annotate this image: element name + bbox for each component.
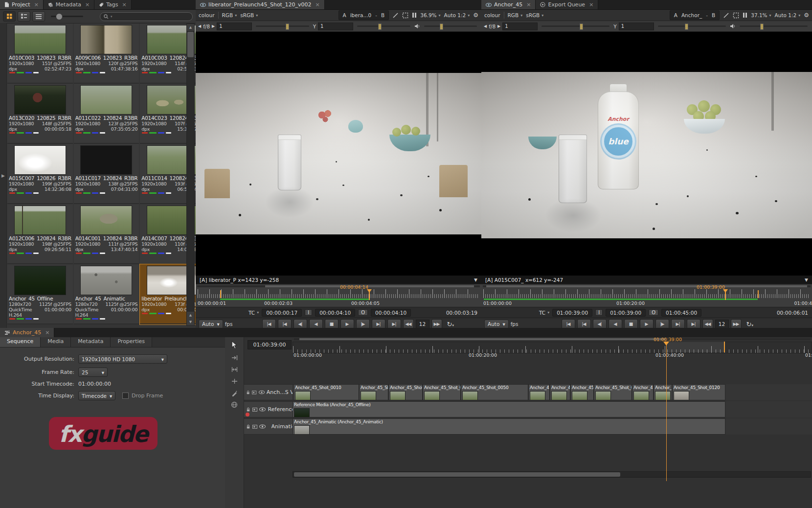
timeline-clip[interactable]: Anchor_45_Shot_00	[594, 384, 632, 400]
bin-clip-cell[interactable]: A012C006_120824_R3BR 1920x1080198f @25FP…	[7, 204, 73, 264]
channels-dropdown[interactable]: RGB▾	[222, 12, 237, 18]
slip-tool[interactable]	[225, 364, 244, 375]
gamma-slider[interactable]	[658, 25, 726, 27]
frame-dec-button[interactable]: ◀◀	[702, 319, 713, 328]
timeline-clip[interactable]: Anchor_45_Shot_0120	[672, 384, 725, 400]
play-button[interactable]: ▶	[640, 319, 654, 328]
playhead[interactable]	[725, 289, 726, 300]
out-timecode[interactable]: 01:00:45:00	[661, 309, 701, 317]
timeline-clip[interactable]: Anchor_45_	[654, 384, 672, 400]
track-animatic-lane[interactable]: Anchor_45_Animatic (Anchor_45_Animatic)	[293, 418, 812, 435]
chevron-down-icon[interactable]: ▼	[474, 277, 477, 282]
pause-updates-icon[interactable]	[412, 12, 417, 18]
out-point-button[interactable]: O	[358, 309, 368, 316]
loop-mode-icon[interactable]: ↻▾	[746, 321, 753, 328]
time-display-dropdown[interactable]: Timecode▾	[78, 391, 115, 400]
timeline-clip[interactable]: Anchor_45_	[528, 384, 550, 400]
tc-mode-dropdown[interactable]: TC▾	[248, 310, 259, 316]
gain-input[interactable]: 1	[217, 23, 252, 30]
detail-view-button[interactable]	[18, 11, 30, 22]
frame-step-input[interactable]: 12	[715, 320, 729, 328]
timeline-overview-scrollbar[interactable]	[294, 338, 811, 340]
reference-clip[interactable]: Reference Media (Anchor_45_Offline)	[293, 401, 725, 417]
bin-clip-cell[interactable]: A013C020_120825_R3BR 1920x1080148f @25FP…	[7, 84, 73, 144]
grid-view-button[interactable]	[3, 11, 16, 22]
bin-clip-cell[interactable]: A014C001_120824_R3BR 1920x1080111f @25FP…	[74, 204, 139, 264]
bin-collapse-strip[interactable]: ▶	[0, 23, 7, 328]
tab-metadata[interactable]: Metadata ×	[44, 0, 94, 9]
output-resolution-dropdown[interactable]: 1920x1080 HD 1080▾	[78, 354, 167, 364]
gamma-slider[interactable]	[357, 25, 410, 27]
timeline-clip[interactable]: Anchor_45_	[632, 384, 654, 400]
speaker-icon[interactable]	[730, 23, 736, 29]
current-timecode[interactable]: 01:00:39:00	[552, 309, 592, 317]
scroll-down-icon[interactable]: ▼	[187, 319, 194, 325]
animatic-clip[interactable]: Anchor_45_Animatic (Anchor_45_Animatic)	[293, 418, 725, 435]
timeline-playhead-line[interactable]	[666, 344, 667, 481]
zoom-level-dropdown[interactable]: 36.9%▾	[420, 12, 440, 18]
timeline-clip[interactable]: Anchor_45	[550, 384, 570, 400]
enable-icon[interactable]	[252, 391, 256, 394]
next-edit-button[interactable]: ▶|	[671, 319, 685, 328]
lut-dropdown[interactable]: sRGB▾	[240, 12, 258, 18]
colour-menu[interactable]: colour	[199, 12, 215, 18]
tab-export-queue[interactable]: Export Queue ×	[536, 0, 598, 9]
frame-step-input[interactable]: 12	[416, 320, 429, 328]
scroll-up-icon[interactable]: ▲	[187, 24, 194, 31]
go-to-start-button[interactable]: |◀	[562, 319, 575, 328]
input-a-value[interactable]: Anchor_	[681, 12, 702, 18]
thumbnail-size-slider[interactable]	[51, 16, 83, 17]
timeline-clip[interactable]: Anchor_45_Shot_0010	[293, 384, 359, 400]
enable-icon[interactable]	[252, 425, 257, 429]
frame-inc-button[interactable]: ▶▶	[431, 319, 442, 328]
tab-properties[interactable]: Properties	[111, 337, 152, 347]
next-arrow-icon[interactable]: ▶	[497, 24, 500, 28]
gamma-input[interactable]: 1	[318, 23, 353, 30]
input-a-value[interactable]: ibera...0	[350, 12, 372, 18]
tab-anchor-45-viewer[interactable]: Anchor_45 ×	[481, 0, 536, 9]
step-back-button[interactable]: ◀|	[293, 319, 307, 328]
move-trim-tool[interactable]	[225, 352, 244, 364]
play-button[interactable]: ▶	[340, 319, 354, 328]
out-timecode[interactable]: 00:00:04:10	[371, 309, 411, 317]
gain-slider[interactable]	[256, 25, 309, 27]
in-point-button[interactable]: I	[305, 309, 312, 316]
in-timecode[interactable]: 00:00:04:10	[315, 309, 355, 317]
close-icon[interactable]: ×	[45, 329, 49, 336]
close-icon[interactable]: ×	[589, 1, 593, 8]
timeline-clip[interactable]: Anchor_45_Shot_0C	[423, 384, 461, 400]
current-timecode[interactable]: 00:00:00:17	[262, 309, 302, 317]
gate-display-icon[interactable]	[733, 12, 739, 19]
stop-button[interactable]: ■	[325, 319, 338, 328]
tab-project[interactable]: Project ×	[0, 0, 44, 9]
frame-rate-dropdown[interactable]: 25▾	[78, 368, 108, 377]
playhead[interactable]	[369, 289, 370, 300]
step-forward-button[interactable]: |▶	[356, 319, 370, 328]
scroll-up-icon[interactable]: ▲	[187, 312, 194, 319]
go-to-end-button[interactable]: ▶|	[687, 319, 700, 328]
wipe-tool-icon[interactable]	[723, 12, 729, 19]
close-icon[interactable]: ×	[122, 1, 127, 8]
gain-slider[interactable]	[541, 25, 609, 27]
drop-frame-checkbox[interactable]	[122, 393, 129, 399]
prev-arrow-icon[interactable]: ◀	[198, 24, 201, 28]
bin-clip-cell[interactable]: A011C022_120824_R3BR 1920x1080123f @25FP…	[74, 84, 139, 144]
zoom-level-dropdown[interactable]: 37.1%▾	[751, 12, 771, 18]
gain-input[interactable]: 1	[502, 23, 538, 30]
next-edit-button[interactable]: ▶|	[372, 319, 385, 328]
volume-slider[interactable]	[424, 25, 477, 27]
tab-tags[interactable]: Tags ×	[94, 0, 132, 9]
chevron-down-icon[interactable]: ▼	[805, 277, 808, 282]
close-icon[interactable]: ×	[34, 1, 39, 8]
fps-mode-dropdown[interactable]: Auto▾	[484, 320, 509, 328]
out-point-button[interactable]: O	[649, 309, 658, 316]
frame-dec-button[interactable]: ◀◀	[403, 319, 414, 328]
multi-tool-pointer[interactable]	[225, 337, 244, 352]
viewer-b-viewport[interactable]: Anchor blue	[481, 32, 812, 275]
timeline-clip[interactable]: Anchor_45_Sh	[359, 384, 388, 400]
tab-sequence-anchor-45[interactable]: Anchor_45 ×	[0, 328, 54, 337]
scrollbar-thumb[interactable]	[294, 472, 620, 477]
step-forward-button[interactable]: |▶	[655, 319, 669, 328]
input-b-label[interactable]: B	[381, 12, 384, 18]
tab-metadata[interactable]: Metadata	[71, 337, 111, 347]
